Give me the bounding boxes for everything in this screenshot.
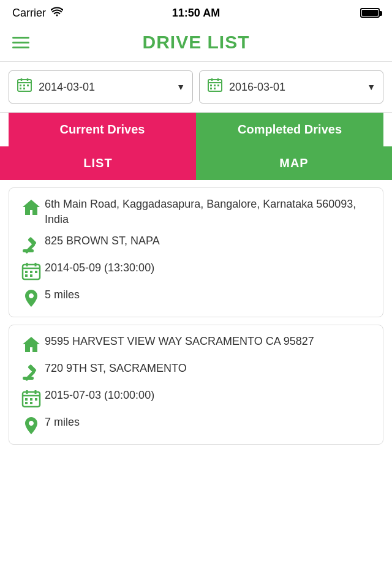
svg-rect-28 (25, 274, 28, 277)
dropoff-row: 825 BROWN ST, NAPA (18, 233, 374, 254)
wifi-icon (51, 7, 63, 20)
drive-datetime: 2014-05-09 (13:30:00) (45, 260, 154, 276)
svg-rect-37 (25, 398, 28, 401)
drive-list: 6th Main Road, Kaggadasapura, Bangalore,… (0, 187, 392, 445)
page-title: DRIVE LIST (142, 32, 249, 53)
svg-rect-14 (214, 85, 216, 86)
svg-rect-39 (35, 398, 37, 401)
current-drives-tab[interactable]: Current Drives (9, 113, 196, 146)
to-date-value: 2016-03-01 (229, 81, 367, 94)
dropoff-row: 720 9TH ST, SACRAMENTO (18, 361, 374, 382)
svg-rect-6 (27, 85, 29, 86)
svg-rect-26 (30, 271, 32, 273)
svg-rect-29 (30, 274, 32, 277)
hamburger-line-3 (12, 47, 29, 48)
svg-rect-5 (23, 85, 25, 86)
view-toggle: LIST MAP (0, 146, 392, 180)
status-time: 11:50 AM (172, 7, 220, 20)
status-bar: Carrier 11:50 AM (0, 0, 392, 26)
pickup-address: 9595 HARVEST VIEW WAY SACRAMENTO CA 9582… (45, 334, 314, 349)
distance-row: 7 miles (18, 415, 374, 435)
from-date-picker[interactable]: 2014-03-01 ▼ (9, 70, 193, 104)
svg-rect-38 (30, 398, 32, 401)
calendar-icon (18, 389, 45, 409)
from-calendar-icon (17, 77, 32, 97)
drive-item[interactable]: 9595 HARVEST VIEW WAY SACRAMENTO CA 9582… (9, 325, 383, 445)
to-calendar-icon (207, 77, 223, 97)
dropoff-address: 720 9TH ST, SACRAMENTO (45, 361, 187, 376)
svg-rect-17 (214, 88, 216, 89)
pickup-row: 6th Main Road, Kaggadasapura, Bangalore,… (18, 197, 374, 227)
drive-datetime: 2015-07-03 (10:00:00) (45, 388, 154, 403)
home-icon (18, 198, 45, 217)
drive-type-tabs: Current Drives Completed Drives (0, 113, 392, 146)
datetime-row: 2014-05-09 (13:30:00) (18, 260, 374, 281)
svg-rect-7 (20, 88, 21, 89)
gavel-icon (18, 362, 45, 382)
svg-rect-40 (25, 402, 28, 404)
drive-distance: 5 miles (45, 287, 80, 303)
to-date-picker[interactable]: 2016-03-01 ▼ (199, 70, 383, 104)
svg-rect-8 (23, 88, 25, 89)
to-date-arrow: ▼ (367, 82, 375, 92)
svg-rect-16 (210, 88, 212, 89)
location-icon (18, 288, 45, 308)
carrier-label: Carrier (12, 7, 46, 20)
svg-rect-4 (20, 85, 21, 86)
calendar-icon (18, 262, 45, 281)
map-view-button[interactable]: MAP (196, 146, 392, 180)
menu-button[interactable] (12, 37, 29, 48)
pickup-address: 6th Main Road, Kaggadasapura, Bangalore,… (45, 197, 374, 227)
svg-rect-25 (25, 271, 28, 273)
location-icon (18, 416, 45, 435)
list-view-button[interactable]: LIST (0, 146, 196, 180)
status-carrier: Carrier (12, 7, 63, 20)
from-date-arrow: ▼ (176, 82, 185, 92)
header: DRIVE LIST (0, 26, 392, 62)
svg-rect-13 (210, 85, 212, 86)
datetime-row: 2015-07-03 (10:00:00) (18, 388, 374, 409)
pickup-row: 9595 HARVEST VIEW WAY SACRAMENTO CA 9582… (18, 334, 374, 355)
gavel-icon (18, 235, 45, 254)
svg-rect-15 (217, 85, 219, 86)
svg-rect-20 (23, 249, 34, 252)
dropoff-address: 825 BROWN ST, NAPA (45, 233, 160, 249)
completed-drives-tab[interactable]: Completed Drives (196, 113, 383, 146)
distance-row: 5 miles (18, 287, 374, 308)
date-filter-section: 2014-03-01 ▼ 2016-03-01 ▼ (0, 62, 392, 113)
hamburger-line-1 (12, 37, 29, 39)
svg-rect-27 (35, 271, 37, 273)
battery-icon (360, 8, 380, 18)
home-icon (18, 335, 45, 355)
svg-rect-32 (23, 377, 34, 380)
drive-item[interactable]: 6th Main Road, Kaggadasapura, Bangalore,… (9, 187, 383, 317)
battery-indicator (360, 8, 380, 18)
svg-rect-41 (30, 402, 32, 404)
from-date-value: 2014-03-01 (39, 81, 176, 94)
hamburger-line-2 (12, 42, 29, 43)
drive-distance: 7 miles (45, 415, 80, 430)
